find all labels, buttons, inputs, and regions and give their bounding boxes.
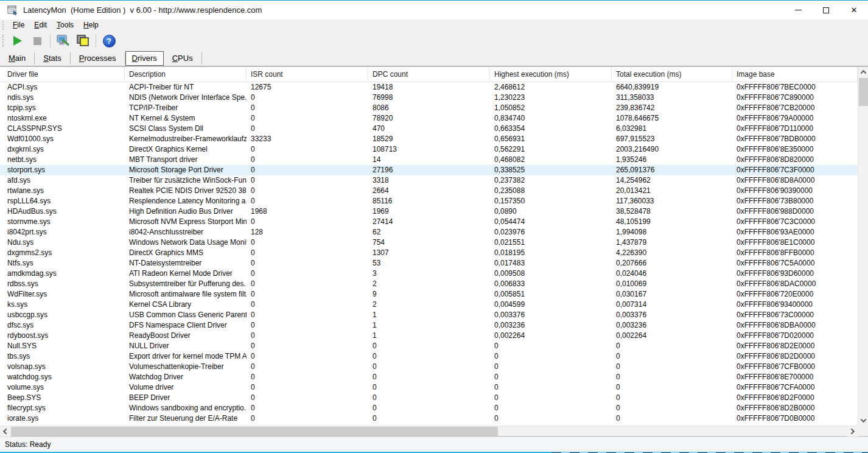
table-row[interactable]: iorate.sysFilter zur Steuerung der E/A-R… [0, 413, 858, 424]
table-row[interactable]: volume.sysVolume driver00000xFFFFF806'7C… [0, 382, 858, 393]
menu-item-edit[interactable]: Edit [29, 20, 52, 30]
column-header[interactable]: Driver file [0, 67, 125, 82]
scroll-left-button[interactable] [0, 426, 10, 437]
tab-processes[interactable]: Processes [71, 52, 125, 65]
table-header: Driver fileDescriptionISR countDPC count… [0, 67, 858, 82]
cell-total: 4,226390 [612, 248, 732, 258]
table-row[interactable]: rdyboost.sysReadyBoost Driver010,0022640… [0, 331, 858, 341]
table-row[interactable]: ndis.sysNDIS (Network Driver Interface S… [0, 93, 858, 103]
cell-dpc: 3 [368, 269, 490, 279]
table-row[interactable]: i8042prt.sysi8042-Anschlusstreiber128620… [0, 227, 858, 237]
table-row[interactable]: CLASSPNP.SYSSCSI Class System Dll04700,6… [0, 124, 858, 134]
cell-isr: 1968 [247, 206, 368, 217]
cell-description: DirectX Graphics MMS [125, 248, 247, 258]
table-row[interactable]: ACPI.sysACPI-Treiber für NT12675194182,4… [0, 82, 858, 93]
menu-item-help[interactable]: Help [79, 20, 103, 30]
cell-total: 265,091376 [612, 165, 732, 175]
table-row[interactable]: storport.sysMicrosoft Storage Port Drive… [0, 165, 858, 175]
cell-driver: ks.sys [0, 300, 125, 310]
table-row[interactable]: dxgkrnl.sysDirectX Graphics Kernel010871… [0, 144, 858, 155]
table-row[interactable]: rspLLL64.sysResplendence Latency Monitor… [0, 196, 858, 206]
table-row[interactable]: Wdf01000.sysKernelmodustreiber-Framework… [0, 134, 858, 144]
table-row[interactable]: volsnap.sysVolumeschattenkopie-Treiber00… [0, 362, 858, 372]
menu-item-file[interactable]: File [8, 20, 29, 30]
table-row[interactable]: usbccgp.sysUSB Common Class Generic Pare… [0, 310, 858, 320]
cell-driver: ndis.sys [0, 93, 125, 103]
tab-drivers[interactable]: Drivers [125, 51, 164, 66]
cell-highest: 0,834740 [490, 113, 612, 124]
column-header[interactable]: Image base [732, 67, 858, 82]
cell-description: Windows sandboxing and encryptio... [125, 403, 247, 413]
column-header[interactable]: Highest execution (ms) [490, 67, 612, 82]
cell-total: 2003,216490 [612, 144, 732, 155]
cell-dpc: 9 [368, 289, 490, 300]
cell-isr: 0 [247, 341, 368, 351]
tab-stats[interactable]: Stats [35, 52, 71, 65]
table-row[interactable]: ntoskrnl.exeNT Kernel & System0789200,83… [0, 113, 858, 124]
column-header[interactable]: Description [125, 67, 247, 82]
maximize-icon [823, 7, 829, 13]
maximize-button[interactable] [812, 1, 840, 19]
table-row[interactable]: ks.sysKernel CSA Library020,0045990,0073… [0, 300, 858, 310]
table-row[interactable]: WdFilter.sysMicrosoft antimalware file s… [0, 289, 858, 300]
drivers-list: Driver fileDescriptionISR countDPC count… [0, 66, 868, 437]
column-header[interactable]: ISR count [247, 67, 368, 82]
column-header[interactable]: DPC count [368, 67, 490, 82]
analyze-system-button[interactable] [55, 33, 72, 49]
table-row[interactable]: Null.SYSNULL Driver00000xFFFFF806'8D2E00… [0, 341, 858, 351]
cell-image_base: 0xFFFFF806'8E700000 [732, 372, 858, 382]
stop-monitor-button[interactable] [29, 33, 46, 49]
table-row[interactable]: watchdog.sysWatchdog Driver00000xFFFFF80… [0, 372, 858, 382]
copy-report-button[interactable] [74, 33, 91, 49]
column-header[interactable]: Total execution (ms) [612, 67, 732, 82]
scroll-down-button[interactable] [858, 415, 868, 426]
cell-isr: 0 [247, 413, 368, 424]
help-button[interactable]: ? [100, 33, 117, 49]
chevron-right-icon [849, 429, 855, 435]
tab-cpus[interactable]: CPUs [164, 52, 202, 65]
menu-item-tools[interactable]: Tools [52, 20, 79, 30]
table-row[interactable]: Ntfs.sysNT-Dateisystemtreiber0530,017483… [0, 258, 858, 269]
horizontal-scroll-thumb[interactable] [11, 427, 498, 436]
cell-image_base: 0xFFFFF806'93400000 [732, 300, 858, 310]
tab-main[interactable]: Main [0, 52, 35, 65]
cell-isr: 0 [247, 362, 368, 372]
cell-dpc: 8086 [368, 103, 490, 113]
start-monitor-button[interactable] [9, 33, 26, 49]
table-row[interactable]: amdkmdag.sysATI Radeon Kernel Mode Drive… [0, 269, 858, 279]
horizontal-scrollbar[interactable] [0, 426, 858, 436]
vertical-scroll-thumb[interactable] [859, 78, 868, 106]
table-row[interactable]: rdbss.sysSubsystemtreiber für Pufferung … [0, 279, 858, 289]
cell-description: Volume driver [125, 382, 247, 393]
table-row[interactable]: filecrypt.sysWindows sandboxing and encr… [0, 403, 858, 413]
scroll-right-button[interactable] [847, 426, 858, 437]
table-row[interactable]: tbs.sysExport driver for kernel mode TPM… [0, 351, 858, 362]
table-row[interactable]: dfsc.sysDFS Namespace Client Driver010,0… [0, 320, 858, 331]
cell-dpc: 0 [368, 382, 490, 393]
cell-description: Filter zur Steuerung der E/A-Rate [125, 413, 247, 424]
cell-total: 0 [612, 372, 732, 382]
cell-highest: 0 [490, 362, 612, 372]
table-row[interactable]: rtwlane.sysRealtek PCIE NDIS Driver 9252… [0, 186, 858, 196]
table-row[interactable]: netbt.sysMBT Transport driver0140,468082… [0, 155, 858, 165]
chevron-up-icon [861, 70, 867, 76]
table-row[interactable]: tcpip.sysTCP/IP-Treiber080861,050852239,… [0, 103, 858, 113]
table-row[interactable]: stornvme.sysMicrosoft NVM Express Storpo… [0, 217, 858, 227]
cell-total: 1,935246 [612, 155, 732, 165]
table-row[interactable]: HDAudBus.sysHigh Definition Audio Bus Dr… [0, 206, 858, 217]
window-title: LatencyMon (Home Edition ) v 6.00 - http… [23, 5, 262, 15]
table-row[interactable]: dxgmms2.sysDirectX Graphics MMS013070,01… [0, 248, 858, 258]
table-row[interactable]: Beep.SYSBEEP Driver00000xFFFFF806'8D2F00… [0, 393, 858, 403]
table-row[interactable]: afd.sysTreiber für zusätzliche WinSock-F… [0, 175, 858, 186]
cell-description: Kernelmodustreiber-Frameworklaufzeit [125, 134, 247, 144]
cell-highest: 0,054474 [490, 217, 612, 227]
scroll-up-button[interactable] [858, 67, 868, 77]
cell-total: 311,358033 [612, 93, 732, 103]
cell-image_base: 0xFFFFF806'7D020000 [732, 331, 858, 341]
vertical-scrollbar[interactable] [858, 67, 868, 426]
minimize-button[interactable] [784, 1, 812, 19]
cell-image_base: 0xFFFFF806'73C00000 [732, 310, 858, 320]
cell-description: High Definition Audio Bus Driver [125, 206, 247, 217]
table-row[interactable]: Ndu.sysWindows Network Data Usage Monit.… [0, 237, 858, 248]
close-button[interactable]: ✕ [840, 1, 868, 19]
